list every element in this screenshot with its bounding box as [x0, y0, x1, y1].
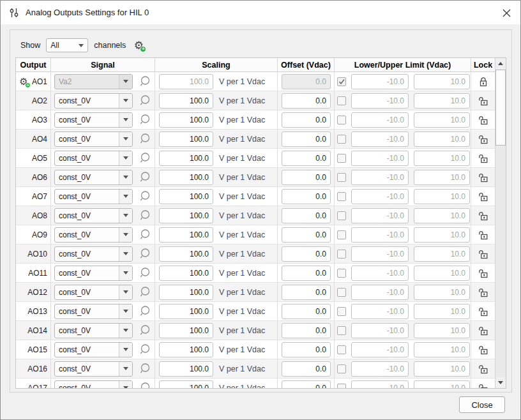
lower-input[interactable]: [351, 151, 409, 166]
signal-search-icon[interactable]: [138, 343, 152, 357]
signal-dropdown[interactable]: const_0V: [54, 208, 133, 223]
signal-search-icon[interactable]: [138, 151, 152, 165]
channel-filter-dropdown[interactable]: All: [46, 38, 88, 52]
lock-toggle[interactable]: [478, 325, 489, 336]
offset-input[interactable]: [282, 380, 331, 389]
upper-input[interactable]: [414, 323, 470, 338]
lower-input[interactable]: [351, 380, 409, 389]
signal-dropdown[interactable]: const_0V: [54, 266, 133, 281]
signal-search-icon[interactable]: [138, 304, 152, 319]
lower-input[interactable]: [351, 285, 409, 300]
upper-input[interactable]: [414, 246, 470, 262]
limit-checkbox[interactable]: [337, 345, 346, 354]
scaling-input[interactable]: [159, 93, 213, 109]
limit-checkbox[interactable]: [337, 154, 346, 163]
upper-input[interactable]: [414, 112, 470, 128]
offset-input[interactable]: [282, 304, 331, 319]
upper-input[interactable]: [414, 361, 470, 377]
lock-toggle[interactable]: [478, 287, 489, 298]
lower-input[interactable]: [351, 74, 409, 89]
signal-dropdown[interactable]: const_0V: [54, 361, 133, 377]
offset-input[interactable]: [282, 151, 331, 166]
limit-checkbox[interactable]: [337, 288, 346, 297]
signal-dropdown[interactable]: const_0V: [54, 285, 133, 300]
scaling-input[interactable]: [159, 112, 213, 128]
lock-toggle[interactable]: [478, 114, 489, 126]
scroll-up-button[interactable]: [495, 58, 506, 69]
scaling-input[interactable]: [159, 266, 213, 281]
signal-dropdown[interactable]: const_0V: [54, 189, 133, 204]
offset-input[interactable]: [282, 93, 331, 109]
lock-toggle[interactable]: [478, 191, 489, 202]
offset-input[interactable]: [282, 189, 331, 204]
lock-toggle[interactable]: [478, 210, 489, 221]
signal-dropdown[interactable]: const_0V: [54, 227, 133, 243]
offset-input[interactable]: [282, 112, 331, 128]
signal-dropdown[interactable]: const_0V: [54, 246, 133, 262]
signal-search-icon[interactable]: [138, 228, 152, 242]
signal-dropdown[interactable]: const_0V: [54, 151, 133, 166]
lower-input[interactable]: [351, 227, 409, 243]
lock-toggle[interactable]: [478, 248, 489, 260]
limit-checkbox[interactable]: [337, 269, 346, 278]
signal-dropdown[interactable]: const_0V: [54, 93, 133, 109]
signal-dropdown[interactable]: Va2: [54, 74, 133, 89]
offset-input[interactable]: [282, 266, 331, 281]
offset-input[interactable]: [282, 361, 331, 377]
gear-plus-icon[interactable]: ⚙ +: [18, 76, 29, 87]
scaling-input[interactable]: [159, 74, 213, 89]
limit-checkbox[interactable]: [337, 230, 346, 239]
upper-input[interactable]: [414, 304, 470, 319]
signal-search-icon[interactable]: [138, 266, 152, 280]
signal-search-icon[interactable]: [138, 324, 152, 338]
signal-dropdown[interactable]: const_0V: [54, 112, 133, 128]
signal-dropdown[interactable]: const_0V: [54, 323, 133, 338]
upper-input[interactable]: [414, 189, 470, 204]
signal-search-icon[interactable]: [138, 170, 152, 184]
lower-input[interactable]: [351, 266, 409, 281]
signal-dropdown[interactable]: const_0V: [54, 170, 133, 185]
limit-checkbox[interactable]: [337, 192, 346, 201]
scaling-input[interactable]: [159, 285, 213, 300]
limit-checkbox[interactable]: [337, 250, 346, 259]
limit-checkbox[interactable]: [337, 116, 346, 124]
scaling-input[interactable]: [159, 170, 213, 185]
offset-input[interactable]: [282, 170, 331, 185]
signal-search-icon[interactable]: [138, 94, 152, 108]
upper-input[interactable]: [414, 93, 470, 109]
signal-search-icon[interactable]: [138, 247, 152, 261]
limit-checkbox[interactable]: [337, 364, 346, 373]
signal-dropdown[interactable]: const_0V: [54, 304, 133, 319]
limit-checkbox[interactable]: [337, 173, 346, 182]
scaling-input[interactable]: [159, 208, 213, 223]
lower-input[interactable]: [351, 323, 409, 338]
configure-channels-button[interactable]: ⚙ +: [132, 39, 145, 52]
scaling-input[interactable]: [159, 131, 213, 147]
offset-input[interactable]: [282, 323, 331, 338]
upper-input[interactable]: [414, 208, 470, 223]
signal-search-icon[interactable]: [138, 75, 152, 89]
offset-input[interactable]: [282, 342, 331, 357]
signal-search-icon[interactable]: [138, 285, 152, 299]
lower-input[interactable]: [351, 342, 409, 357]
scaling-input[interactable]: [159, 323, 213, 338]
limit-checkbox[interactable]: [337, 326, 346, 335]
vertical-scrollbar[interactable]: [495, 58, 506, 388]
lock-toggle[interactable]: [478, 382, 489, 389]
upper-input[interactable]: [414, 74, 470, 89]
lock-toggle[interactable]: [478, 344, 489, 356]
lock-toggle[interactable]: [478, 267, 489, 279]
signal-search-icon[interactable]: [138, 132, 152, 146]
upper-input[interactable]: [414, 131, 470, 147]
close-button[interactable]: Close: [459, 396, 505, 413]
scaling-input[interactable]: [159, 380, 213, 389]
upper-input[interactable]: [414, 266, 470, 281]
scaling-input[interactable]: [159, 246, 213, 262]
upper-input[interactable]: [414, 170, 470, 185]
limit-checkbox[interactable]: [337, 96, 346, 105]
offset-input[interactable]: [282, 285, 331, 300]
signal-dropdown[interactable]: const_0V: [54, 380, 133, 389]
lock-toggle[interactable]: [478, 76, 489, 87]
lower-input[interactable]: [351, 304, 409, 319]
lower-input[interactable]: [351, 189, 409, 204]
